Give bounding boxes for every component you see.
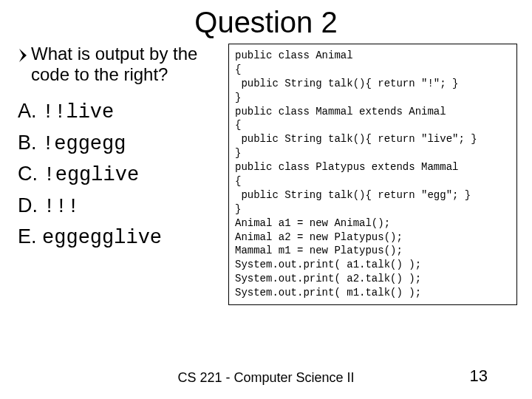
option-code: !egglive [44, 164, 140, 186]
question-text: What is output by the code to the right? [31, 44, 221, 84]
option-letter: A. [18, 100, 37, 122]
svg-marker-0 [19, 49, 27, 62]
option-letter: B. [18, 132, 37, 154]
option-a: A. !!live [18, 96, 221, 128]
option-d: D. !!! [18, 191, 221, 222]
left-column: What is output by the code to the right?… [18, 44, 228, 305]
option-letter: D. [18, 194, 38, 216]
options-list: A. !!live B. !eggegg C. !egglive D. !!! … [18, 96, 221, 253]
option-letter: C. [18, 163, 38, 185]
option-c: C. !egglive [18, 159, 221, 191]
option-letter: E. [18, 225, 37, 248]
slide-title: Question 2 [0, 0, 532, 44]
content-area: What is output by the code to the right?… [0, 44, 532, 305]
bullet-icon [18, 47, 28, 64]
option-code: !!! [44, 196, 80, 218]
code-box: public class Animal { public String talk… [228, 44, 517, 305]
option-e: E. eggegglive [18, 222, 221, 253]
option-b: B. !eggegg [18, 128, 221, 160]
option-code: !!live [42, 101, 114, 123]
option-code: !eggegg [42, 133, 126, 155]
footer: CS 221 - Computer Science II 13 [0, 370, 532, 386]
right-column: public class Animal { public String talk… [228, 44, 517, 305]
page-number: 13 [470, 366, 488, 386]
footer-text: CS 221 - Computer Science II [0, 370, 532, 386]
option-code: eggegglive [42, 227, 162, 249]
question-line: What is output by the code to the right? [18, 44, 221, 84]
